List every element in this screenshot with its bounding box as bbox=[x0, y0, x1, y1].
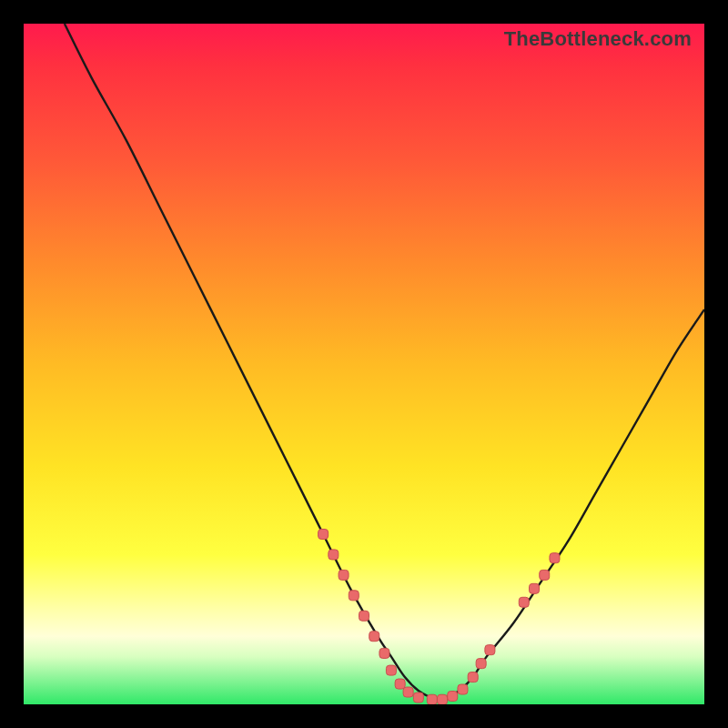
curve-marker bbox=[438, 694, 448, 704]
bottleneck-curve-line bbox=[65, 24, 704, 698]
curve-marker bbox=[519, 597, 529, 607]
curve-marker bbox=[540, 570, 550, 580]
curve-marker bbox=[458, 684, 468, 694]
chart-svg bbox=[24, 24, 704, 704]
curve-marker bbox=[379, 648, 389, 658]
curve-marker bbox=[550, 553, 560, 563]
chart-plot-area: TheBottleneck.com bbox=[24, 24, 704, 704]
curve-marker bbox=[349, 591, 359, 601]
curve-marker bbox=[318, 530, 329, 540]
curve-marker bbox=[448, 692, 458, 702]
curve-marker bbox=[339, 570, 349, 580]
curve-marker bbox=[395, 679, 405, 689]
curve-marker bbox=[530, 583, 540, 593]
curve-marker bbox=[329, 550, 339, 560]
curve-marker bbox=[476, 659, 486, 669]
curve-marker bbox=[468, 672, 478, 682]
curve-marker bbox=[413, 693, 423, 703]
curve-marker bbox=[485, 645, 495, 655]
curve-marker bbox=[403, 687, 413, 697]
curve-marker bbox=[386, 665, 396, 675]
curve-marker bbox=[359, 611, 369, 621]
curve-marker bbox=[369, 632, 379, 642]
curve-marker bbox=[427, 694, 437, 704]
curve-markers bbox=[318, 530, 560, 705]
watermark-text: TheBottleneck.com bbox=[504, 27, 692, 51]
